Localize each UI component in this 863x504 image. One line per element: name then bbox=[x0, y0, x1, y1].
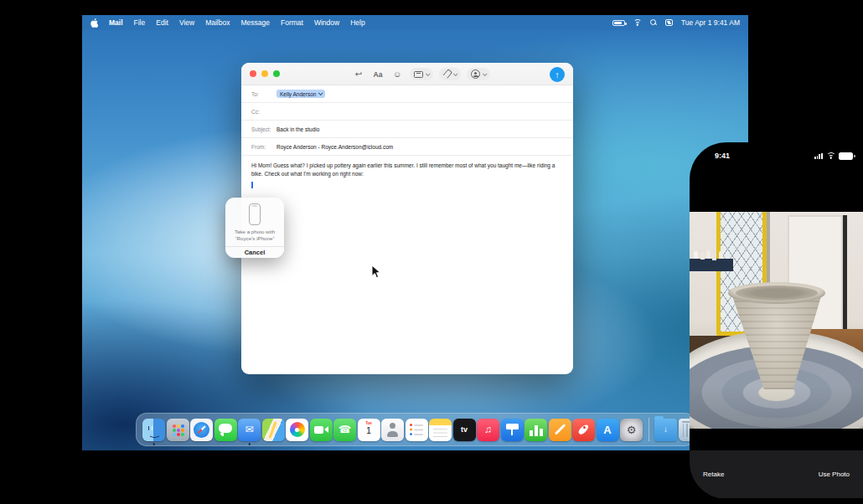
iphone-clock: 9:41 bbox=[715, 152, 730, 160]
subject-value: Back in the studio bbox=[276, 126, 319, 132]
control-center-icon[interactable] bbox=[665, 19, 673, 26]
header-fields-icon bbox=[414, 71, 423, 78]
iphone-screen: 9:41 Retake Use Photo bbox=[690, 142, 863, 499]
insert-photo-icon bbox=[471, 69, 480, 79]
apple-menu-icon[interactable] bbox=[90, 18, 98, 28]
dock-icon-appstore[interactable]: A bbox=[597, 419, 619, 441]
insert-photo-button[interactable] bbox=[467, 68, 490, 80]
dock-icon-maps[interactable] bbox=[262, 419, 285, 441]
iphone-status-bar: 9:41 bbox=[690, 142, 863, 167]
dock-icon-rocket[interactable] bbox=[572, 419, 595, 441]
menu-item-message[interactable]: Message bbox=[240, 18, 270, 27]
minimize-button[interactable] bbox=[261, 70, 268, 77]
to-label: To: bbox=[251, 91, 276, 97]
wifi-icon bbox=[826, 152, 835, 159]
recipient-chip[interactable]: Kelly Anderson bbox=[276, 90, 325, 98]
close-button[interactable] bbox=[250, 70, 256, 77]
chevron-down-icon bbox=[483, 71, 488, 76]
zoom-button[interactable] bbox=[273, 70, 280, 77]
dock-icon-downloads[interactable]: ↓ bbox=[654, 419, 677, 441]
menu-items: MailFileEditViewMailboxMessageFormatWind… bbox=[90, 18, 365, 28]
dock-icon-calendar[interactable]: Tue1 bbox=[358, 419, 380, 441]
menu-status-area: Tue Apr 1 9:41 AM bbox=[612, 18, 740, 27]
attach-icon bbox=[443, 69, 451, 79]
dock-icon-messages[interactable] bbox=[214, 419, 237, 441]
cc-field-row[interactable]: Cc: bbox=[241, 103, 573, 121]
use-photo-button[interactable]: Use Photo bbox=[819, 471, 850, 478]
compose-toolbar: ↩ Aa ☺ bbox=[352, 63, 490, 85]
search-icon[interactable] bbox=[650, 19, 657, 26]
dock-icon-music[interactable]: ♫ bbox=[477, 419, 499, 441]
wifi-icon[interactable] bbox=[633, 19, 642, 26]
menu-item-file[interactable]: File bbox=[134, 18, 146, 27]
dock-icon-launchpad[interactable] bbox=[167, 419, 189, 441]
header-fields-button[interactable] bbox=[410, 68, 433, 80]
subject-field-row[interactable]: Subject: Back in the studio bbox=[241, 121, 573, 138]
dock-icon-pages[interactable] bbox=[549, 419, 571, 441]
cancel-button[interactable]: Cancel bbox=[225, 247, 284, 258]
dock-separator bbox=[649, 418, 649, 441]
dock-icon-finder[interactable] bbox=[142, 419, 165, 441]
chevron-down-icon bbox=[426, 71, 431, 76]
chevron-down-icon bbox=[453, 71, 458, 76]
attach-button[interactable] bbox=[439, 68, 461, 80]
subject-label: Subject: bbox=[251, 126, 276, 132]
recipient-name: Kelly Anderson bbox=[280, 91, 316, 97]
dock-icon-contacts[interactable] bbox=[381, 419, 404, 441]
from-field-row[interactable]: From: Royce Anderson - Royce.Anderson@ic… bbox=[241, 138, 573, 156]
photo-vignette bbox=[690, 212, 863, 429]
menu-item-mailbox[interactable]: Mailbox bbox=[205, 18, 230, 27]
dock-icon-mail[interactable]: ✉ bbox=[238, 419, 261, 441]
iphone-status-icons bbox=[814, 152, 853, 160]
dock-icon-photos[interactable] bbox=[286, 419, 308, 441]
menu-item-mail[interactable]: Mail bbox=[109, 18, 123, 27]
to-field-row[interactable]: To: Kelly Anderson bbox=[241, 85, 573, 103]
dock: ✉☎Tue1tv♫A⚙↓ bbox=[136, 413, 695, 446]
dock-icon-notes[interactable] bbox=[429, 419, 452, 441]
emoji-icon[interactable]: ☺ bbox=[390, 68, 404, 81]
cc-label: Cc: bbox=[251, 109, 276, 115]
dock-icon-safari[interactable] bbox=[190, 419, 213, 441]
camera-action-bar: Retake Use Photo bbox=[690, 450, 863, 498]
popup-message: Take a photo with “Royce’s iPhone” bbox=[235, 229, 275, 243]
format-icon[interactable]: Aa bbox=[371, 68, 385, 81]
dock-icon-keynote[interactable] bbox=[501, 419, 524, 441]
dock-icon-numbers[interactable] bbox=[525, 419, 547, 441]
text-caret bbox=[251, 182, 253, 188]
from-value: Royce Anderson - Royce.Anderson@icloud.c… bbox=[276, 144, 393, 150]
menu-clock[interactable]: Tue Apr 1 9:41 AM bbox=[681, 18, 740, 27]
dock-icon-phone[interactable]: ☎ bbox=[333, 419, 356, 441]
undo-icon[interactable]: ↩ bbox=[352, 68, 365, 81]
battery-icon bbox=[839, 152, 853, 160]
dock-icon-reminders[interactable] bbox=[406, 419, 428, 441]
menu-item-window[interactable]: Window bbox=[314, 18, 339, 27]
mail-compose-window: ↩ Aa ☺ ↑ To: Kelly Anderson Cc: Subject:… bbox=[241, 63, 573, 374]
menu-item-view[interactable]: View bbox=[179, 18, 194, 27]
battery-icon[interactable] bbox=[612, 20, 625, 26]
camera-photo-preview bbox=[690, 212, 863, 429]
dock-icon-settings[interactable]: ⚙ bbox=[620, 419, 643, 441]
running-indicator bbox=[152, 443, 155, 445]
send-arrow-icon: ↑ bbox=[555, 69, 560, 80]
window-controls bbox=[250, 70, 280, 77]
window-titlebar[interactable]: ↩ Aa ☺ ↑ bbox=[241, 63, 573, 85]
cellular-signal-icon bbox=[814, 153, 823, 160]
running-indicator bbox=[248, 443, 251, 445]
chevron-down-icon bbox=[318, 90, 323, 95]
dock-icon-facetime[interactable] bbox=[310, 419, 333, 441]
message-body[interactable]: Hi Mom! Guess what? I picked up pottery … bbox=[241, 156, 573, 178]
send-button[interactable]: ↑ bbox=[550, 67, 565, 82]
menu-bar: MailFileEditViewMailboxMessageFormatWind… bbox=[82, 15, 748, 30]
menu-item-help[interactable]: Help bbox=[350, 18, 364, 27]
mouse-pointer-icon bbox=[371, 265, 381, 280]
take-photo-popup: Take a photo with “Royce’s iPhone” Cance… bbox=[225, 198, 284, 258]
dock-icon-tv[interactable]: tv bbox=[453, 419, 476, 441]
retake-button[interactable]: Retake bbox=[703, 471, 724, 478]
message-text: Hi Mom! Guess what? I picked up pottery … bbox=[251, 162, 563, 178]
from-label: From: bbox=[251, 144, 276, 150]
mac-screen: MailFileEditViewMailboxMessageFormatWind… bbox=[82, 15, 748, 450]
iphone-icon bbox=[249, 203, 261, 225]
menu-item-edit[interactable]: Edit bbox=[156, 18, 168, 27]
menu-item-format[interactable]: Format bbox=[281, 18, 303, 27]
